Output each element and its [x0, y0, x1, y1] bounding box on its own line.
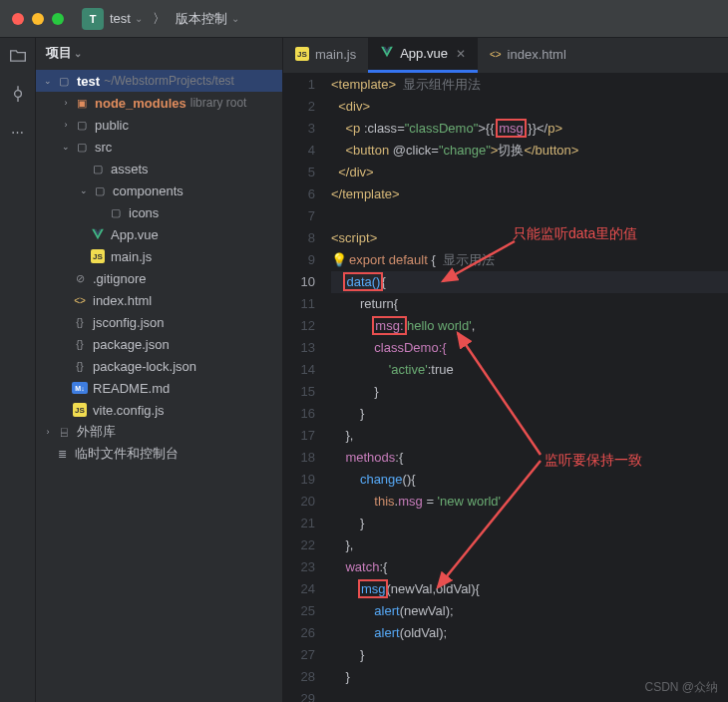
tree-folder-public[interactable]: ›▢public	[36, 114, 282, 136]
project-badge[interactable]: T	[82, 8, 104, 30]
tree-file-jsconfig[interactable]: {}jsconfig.json	[36, 311, 282, 333]
code-editor[interactable]: 1234567891011121314151617181920212223242…	[283, 74, 728, 702]
line-gutter: 1234567891011121314151617181920212223242…	[283, 74, 325, 702]
panel-title[interactable]: 项目⌄	[36, 38, 282, 68]
project-tool-icon[interactable]	[8, 46, 28, 66]
tool-window-bar: ⋯	[0, 38, 36, 702]
tree-file-package-lock[interactable]: {}package-lock.json	[36, 355, 282, 377]
tree-file-app-vue[interactable]: App.vue	[36, 223, 282, 245]
tree-file-index-html[interactable]: <>index.html	[36, 289, 282, 311]
close-icon[interactable]: ✕	[456, 47, 466, 61]
tree-file-gitignore[interactable]: ⊘.gitignore	[36, 267, 282, 289]
bulb-icon[interactable]: 💡	[331, 252, 347, 267]
minimize-window-icon[interactable]	[32, 13, 44, 25]
tree-file-main-js[interactable]: JSmain.js	[36, 245, 282, 267]
tree-folder-src[interactable]: ⌄▢src	[36, 136, 282, 158]
project-panel: 项目⌄ ⌄▢test~/WebstormProjects/test ›▣node…	[36, 38, 283, 702]
tree-folder-components[interactable]: ⌄▢components	[36, 179, 282, 201]
tab-index-html[interactable]: <>index.html	[478, 37, 578, 73]
commit-tool-icon[interactable]	[8, 84, 28, 104]
file-tree: ⌄▢test~/WebstormProjects/test ›▣node_mod…	[36, 68, 282, 702]
more-tool-icon[interactable]: ⋯	[8, 122, 28, 142]
editor-tabs: JSmain.js App.vue✕ <>index.html	[283, 38, 728, 74]
watermark: CSDN @众纳	[644, 679, 718, 696]
code-lines[interactable]: <template> 显示组件用法 <div> <p :class="class…	[325, 74, 728, 702]
tree-file-package[interactable]: {}package.json	[36, 333, 282, 355]
tree-file-vite[interactable]: JSvite.config.js	[36, 399, 282, 421]
close-window-icon[interactable]	[12, 13, 24, 25]
tree-root[interactable]: ⌄▢test~/WebstormProjects/test	[36, 70, 282, 92]
window-controls[interactable]	[12, 13, 64, 25]
chevron-down-icon[interactable]: ⌄	[135, 13, 143, 24]
tree-file-readme[interactable]: M↓README.md	[36, 377, 282, 399]
tab-main-js[interactable]: JSmain.js	[283, 37, 368, 73]
tree-external[interactable]: ›⌸外部库	[36, 421, 282, 443]
maximize-window-icon[interactable]	[52, 13, 64, 25]
chevron-down-icon[interactable]: ⌄	[231, 13, 239, 24]
project-name[interactable]: test	[110, 11, 131, 26]
editor-area: JSmain.js App.vue✕ <>index.html 12345678…	[283, 38, 728, 702]
vcs-menu[interactable]: 版本控制	[176, 10, 227, 28]
tree-scratch[interactable]: ≣临时文件和控制台	[36, 443, 282, 465]
tree-folder-node-modules[interactable]: ›▣node_moduleslibrary root	[36, 92, 282, 114]
titlebar: T test⌄ 〉 版本控制⌄	[0, 0, 728, 38]
tree-folder-icons[interactable]: ▢icons	[36, 201, 282, 223]
tree-folder-assets[interactable]: ▢assets	[36, 158, 282, 179]
tab-app-vue[interactable]: App.vue✕	[368, 37, 478, 73]
svg-point-0	[14, 91, 21, 98]
